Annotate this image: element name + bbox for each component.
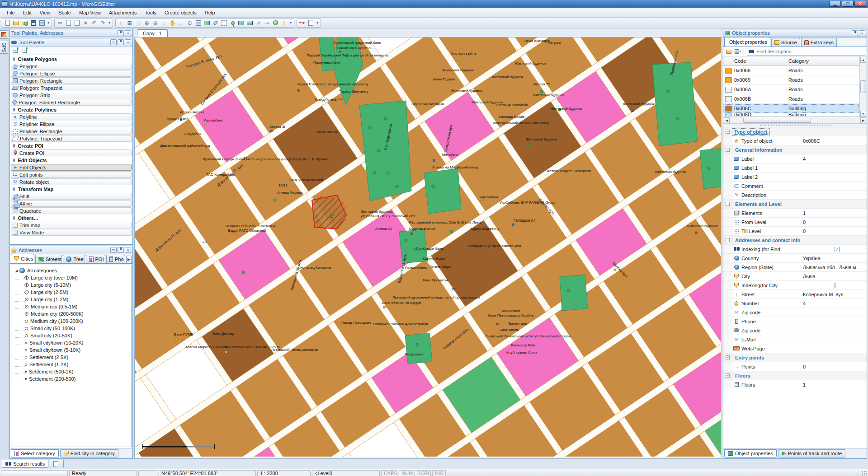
property-row-indexing-for-find[interactable]: Indexing (for Find✓	[723, 245, 867, 254]
group-collapse-gutter[interactable]: −	[723, 371, 732, 380]
property-row-indexing-for-city[interactable]: Indexing(for City	[723, 281, 867, 290]
new-file-icon[interactable]	[3, 19, 12, 27]
menu-view[interactable]: View	[36, 9, 55, 17]
toolbar-overflow-icon[interactable]: ▾	[46, 21, 51, 25]
palette-item-polyline-trapezoid[interactable]: Polyline: Trapezoid	[11, 135, 132, 142]
open-web-map-icon[interactable]	[20, 19, 29, 27]
property-row-number[interactable]: Number4	[723, 299, 867, 308]
tab-scroll-right-icon[interactable]: ▶	[126, 256, 132, 263]
toolbar-overflow-icon[interactable]: ▾	[288, 21, 293, 25]
property-row-label[interactable]: Label4	[723, 154, 867, 163]
group-collapse-gutter[interactable]: −	[723, 200, 732, 208]
table-row[interactable]: 0x006DBuilding	[723, 113, 859, 117]
menu-edit[interactable]: Edit	[19, 9, 36, 17]
group-collapse-gutter[interactable]: −	[723, 145, 732, 154]
checkbox-icon[interactable]	[835, 283, 835, 288]
close-icon[interactable]: ×	[859, 30, 865, 36]
tab-task-list[interactable]	[50, 460, 64, 468]
tab-select-category[interactable]: Select category	[11, 449, 59, 457]
palette-item-edit-objects[interactable]: ➤Edit Objects	[11, 164, 132, 171]
tree-item[interactable]: ◢All categories	[15, 267, 131, 274]
levels-icon[interactable]	[194, 19, 203, 27]
property-value[interactable]: 1	[800, 210, 867, 216]
tab-source[interactable]: Source	[771, 38, 800, 47]
property-value[interactable]: 4	[800, 156, 867, 162]
flash-icon[interactable]: ϟ	[280, 19, 288, 27]
toolbar-overflow-icon[interactable]: ▾	[315, 21, 320, 25]
property-row-zip-code[interactable]: ✉Zip code	[723, 308, 867, 317]
palette-group-create-polylines[interactable]: ≫Create Polylines	[11, 106, 132, 113]
web-globe-icon[interactable]	[271, 19, 280, 27]
panel-splitter[interactable]	[723, 124, 867, 127]
checkbox-icon[interactable]: ✓	[835, 247, 840, 252]
palette-group-transform-map[interactable]: ≫Transform Map	[11, 186, 132, 192]
property-group-floors[interactable]: −Floors	[723, 371, 867, 380]
map-tab-copy-1[interactable]: Copy - 1	[137, 29, 168, 37]
pin-icon[interactable]	[118, 247, 124, 253]
menu-tools[interactable]: Tools	[141, 9, 160, 17]
tree-item[interactable]: Medium city (200-500K)	[15, 310, 131, 317]
resize-grip[interactable]	[862, 471, 868, 476]
property-row-comment[interactable]: Comment	[723, 182, 867, 191]
group-collapse-gutter[interactable]: −	[723, 236, 732, 244]
property-value[interactable]: 0x006C	[800, 138, 867, 144]
close-icon[interactable]: ×	[125, 39, 131, 45]
property-value[interactable]: Львів	[800, 274, 867, 279]
tree-item[interactable]: Small city/town (5-10K)	[15, 346, 131, 354]
property-row-street[interactable]: ↑StreetКоперника М. вул.	[723, 290, 867, 299]
pin-icon[interactable]	[118, 39, 124, 45]
map-canvas[interactable]: Свободи просп.Театральна вул.Коперника М…	[134, 37, 722, 459]
collapse-icon[interactable]: −	[726, 238, 730, 242]
tree-item[interactable]: Large city (5-10M)	[15, 281, 131, 289]
palette-item-quadratic[interactable]: Quadratic	[11, 207, 132, 214]
tree-item[interactable]: Small city/town (10-20K)	[15, 339, 131, 346]
palette-group-edit-objects[interactable]: ≫Edit Objects	[11, 157, 132, 163]
menu-attachments[interactable]: Attachments	[105, 9, 141, 17]
select-rect-icon[interactable]	[220, 19, 228, 27]
property-value[interactable]: Коперника М. вул.	[800, 292, 867, 297]
collapse-icon[interactable]: ▭	[110, 39, 117, 45]
property-row-points[interactable]: →Points0	[723, 362, 867, 371]
maximize-button[interactable]: ▢	[842, 1, 854, 7]
property-row-from-level[interactable]: From Level0	[723, 218, 867, 227]
scroll-right-icon[interactable]: ▶	[860, 117, 866, 123]
property-value[interactable]: 4	[800, 301, 867, 306]
property-row-elements[interactable]: Elements1	[723, 209, 867, 218]
property-row-type-of-object[interactable]: ★Type of object0x006C	[723, 136, 867, 145]
tree-item[interactable]: Settlement (2-5K)	[15, 354, 131, 361]
scroll-up-icon[interactable]: ▲	[860, 57, 866, 63]
paste-icon[interactable]	[73, 19, 81, 27]
scroll-thumb[interactable]	[860, 80, 866, 93]
property-value[interactable]: ✓	[800, 247, 867, 252]
menu-scale[interactable]: Scale	[54, 9, 75, 17]
attachments-icon[interactable]	[211, 19, 220, 27]
minimize-button[interactable]: ▁	[829, 1, 841, 7]
column-header-code[interactable]: Code	[734, 58, 788, 64]
property-group-addresses-and-contact-info[interactable]: −Addresses and contact info	[723, 236, 867, 245]
palette-item-create-poi[interactable]: Create POI	[11, 149, 132, 156]
background-image-icon[interactable]	[237, 19, 245, 27]
table-row[interactable]: 0x0069Roads	[723, 75, 859, 85]
text-tool-icon[interactable]: T	[117, 19, 125, 27]
palette-item-polyline[interactable]: ∧Polyline	[11, 113, 132, 120]
property-group-elements-and-level[interactable]: −Elements and Level	[723, 200, 867, 209]
close-icon[interactable]: ×	[125, 247, 131, 253]
collapse-icon[interactable]: −	[726, 373, 730, 378]
tab-object-properties[interactable]: Object properties	[724, 37, 770, 47]
palette-item-edit-points[interactable]: Edit points	[11, 171, 132, 178]
menu-map-view[interactable]: Map View	[75, 9, 105, 17]
open-type-button[interactable]	[725, 48, 733, 55]
pan-hand-icon[interactable]: ✋	[168, 19, 177, 27]
property-value[interactable]	[800, 283, 867, 288]
palette-item-polygon[interactable]: Polygon	[11, 63, 132, 70]
palette-item-polygon-rectangle[interactable]: Polygon: Rectangle	[11, 77, 132, 84]
table-row[interactable]: 0x006ARoads	[723, 85, 859, 94]
property-row-till-level[interactable]: Till Level0	[723, 227, 867, 236]
zoom-out-icon[interactable]: ⊖	[151, 19, 160, 27]
palette-item-shift[interactable]: Shift	[11, 193, 132, 200]
task-list-icon[interactable]	[307, 19, 315, 27]
tab-cities[interactable]: Cities	[11, 254, 34, 263]
tab-extra-keys[interactable]: Extra keys	[801, 38, 837, 47]
palette-item-affine[interactable]: Affine	[11, 200, 132, 207]
expand-all-button[interactable]: +	[11, 47, 19, 54]
